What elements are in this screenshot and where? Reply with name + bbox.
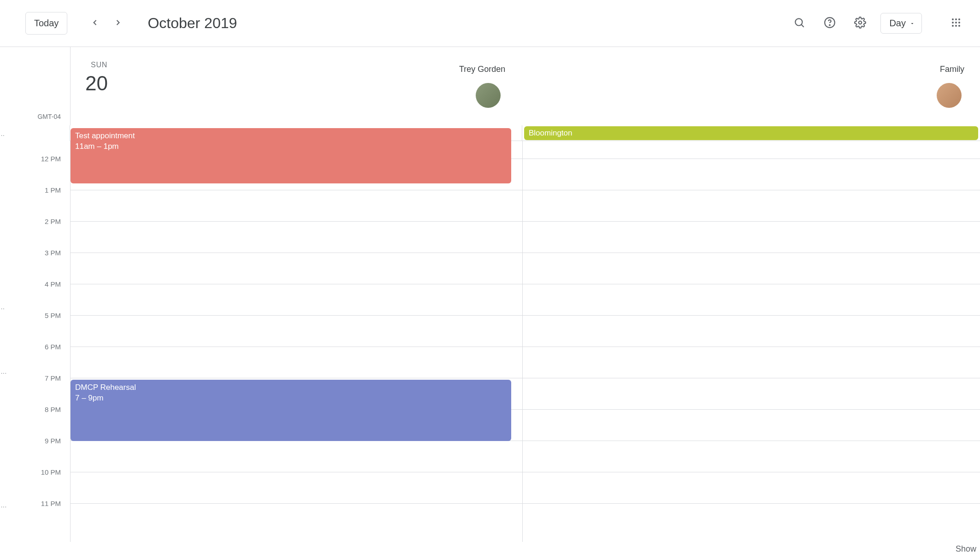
view-selector[interactable]: Day [880, 13, 922, 34]
page-title: October 2019 [148, 15, 237, 32]
time-label: 10 PM [41, 468, 61, 476]
time-label: 1 PM [45, 186, 61, 194]
calendar-person-0: Trey Gorden [459, 65, 505, 79]
hour-line [71, 284, 980, 284]
person-name: Family [940, 65, 964, 74]
time-gutter: 12 PM1 PM2 PM3 PM4 PM5 PM6 PM7 PM8 PM9 P… [0, 141, 70, 542]
time-label: 2 PM [45, 218, 61, 225]
svg-point-11 [952, 25, 954, 27]
svg-point-9 [955, 22, 957, 24]
hour-line [71, 315, 980, 316]
allday-event-bloomington[interactable]: Bloomington [524, 126, 978, 140]
hour-line [71, 253, 980, 253]
svg-point-12 [955, 25, 957, 27]
svg-point-7 [958, 18, 960, 20]
hour-line [71, 472, 980, 472]
hour-line [71, 503, 980, 504]
avatar-wrapper-1 [937, 83, 962, 108]
calendar-event[interactable]: Test appointment11am – 1pm [71, 128, 511, 183]
weekday-label: SUN [91, 61, 107, 69]
google-apps-button[interactable] [946, 13, 966, 34]
time-label: 6 PM [45, 343, 61, 351]
collapsed-panel-marker[interactable]: .. [1, 304, 5, 311]
person-name: Trey Gorden [459, 65, 505, 74]
date-number: 20 [85, 72, 108, 95]
search-button[interactable] [789, 13, 809, 34]
chevron-right-icon [113, 18, 123, 29]
avatar[interactable] [476, 83, 501, 108]
app-header: Today October 2019 [0, 0, 980, 47]
day-label[interactable]: SUN 20 [70, 47, 511, 125]
svg-line-1 [802, 24, 804, 27]
svg-point-8 [952, 22, 954, 24]
apps-grid-icon [950, 17, 962, 29]
timezone-label: GMT-04 [37, 113, 61, 120]
time-label: 4 PM [45, 280, 61, 288]
event-time: 11am – 1pm [75, 141, 507, 152]
svg-point-5 [952, 18, 954, 20]
event-time: 7 – 9pm [75, 393, 507, 404]
chevron-left-icon [90, 18, 100, 29]
grid-body[interactable]: Test appointment11am – 1pmDMCP Rehearsal… [70, 141, 980, 542]
day-header-row: GMT-04 SUN 20 Trey Gorden Family [0, 47, 980, 125]
calendar-person-1: Family [940, 65, 964, 79]
collapsed-panel-marker[interactable]: ... [1, 502, 7, 509]
time-label: 9 PM [45, 437, 61, 445]
hour-line [71, 221, 980, 222]
hour-line [71, 378, 980, 378]
footer-show-label[interactable]: Show [956, 544, 976, 553]
time-label: 5 PM [45, 312, 61, 319]
search-icon [793, 17, 805, 30]
allday-gutter [0, 125, 70, 141]
date-nav [85, 13, 128, 34]
view-selector-label: Day [889, 18, 906, 29]
today-button[interactable]: Today [25, 12, 67, 35]
caret-down-icon [909, 18, 915, 29]
settings-button[interactable] [850, 13, 870, 34]
calendar-event[interactable]: DMCP Rehearsal7 – 9pm [71, 380, 511, 441]
event-title: DMCP Rehearsal [75, 382, 507, 393]
timezone-gutter: GMT-04 [0, 47, 70, 125]
time-label: 7 PM [45, 374, 61, 382]
hour-line [71, 190, 980, 190]
prev-day-button[interactable] [85, 13, 105, 34]
avatar[interactable] [937, 83, 962, 108]
svg-point-6 [955, 18, 957, 20]
svg-point-13 [958, 25, 960, 27]
column-divider [522, 141, 523, 542]
svg-point-0 [796, 18, 803, 25]
time-grid: 12 PM1 PM2 PM3 PM4 PM5 PM6 PM7 PM8 PM9 P… [0, 141, 980, 542]
time-label: 12 PM [41, 155, 61, 163]
svg-point-3 [830, 25, 831, 26]
help-icon [824, 17, 836, 30]
time-label: 3 PM [45, 249, 61, 257]
help-button[interactable] [820, 13, 840, 34]
header-actions: Day [789, 13, 966, 34]
collapsed-panel-marker[interactable]: ... [1, 369, 7, 375]
allday-cell-family[interactable]: Bloomington [522, 125, 980, 141]
avatar-wrapper-0 [476, 83, 501, 108]
collapsed-panel-marker[interactable]: .. [1, 131, 5, 137]
next-day-button[interactable] [108, 13, 128, 34]
gear-icon [854, 17, 866, 30]
time-label: 8 PM [45, 406, 61, 413]
time-label: 11 PM [41, 500, 61, 507]
event-title: Test appointment [75, 131, 507, 141]
hour-line [71, 347, 980, 347]
svg-point-10 [958, 22, 960, 24]
svg-point-4 [859, 21, 862, 24]
